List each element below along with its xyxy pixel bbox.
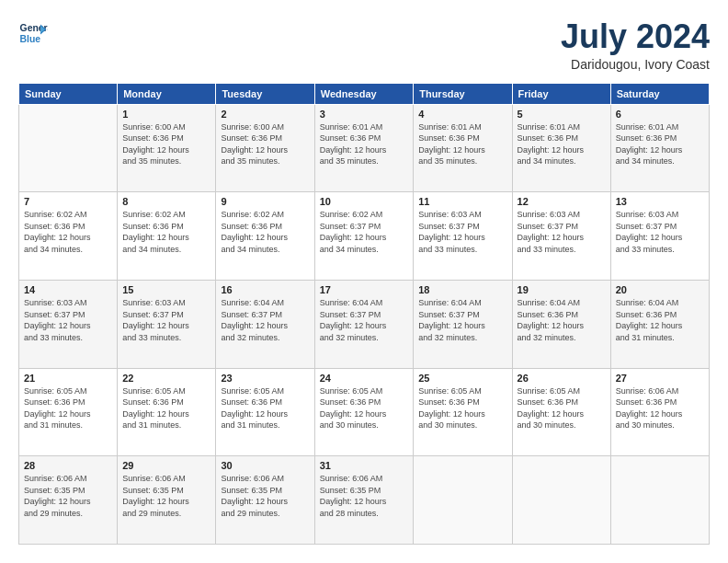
table-row (610, 456, 709, 545)
day-info: Sunrise: 6:05 AM Sunset: 6:36 PM Dayligh… (122, 385, 210, 431)
day-info: Sunrise: 6:06 AM Sunset: 6:36 PM Dayligh… (616, 385, 704, 431)
day-number: 25 (418, 373, 506, 384)
col-wednesday: Wednesday (314, 83, 414, 104)
day-number: 19 (518, 284, 606, 295)
day-info: Sunrise: 6:04 AM Sunset: 6:37 PM Dayligh… (418, 297, 506, 343)
col-friday: Friday (512, 83, 610, 104)
table-row: 27Sunrise: 6:06 AM Sunset: 6:36 PM Dayli… (610, 368, 709, 456)
col-monday: Monday (118, 83, 216, 104)
table-row: 25Sunrise: 6:05 AM Sunset: 6:36 PM Dayli… (414, 368, 512, 456)
day-number: 22 (122, 373, 210, 384)
table-row: 7Sunrise: 6:02 AM Sunset: 6:36 PM Daylig… (19, 192, 118, 281)
day-number: 30 (221, 460, 309, 471)
day-number: 18 (418, 284, 506, 295)
calendar-header-row: Sunday Monday Tuesday Wednesday Thursday… (19, 83, 710, 104)
day-info: Sunrise: 6:03 AM Sunset: 6:37 PM Dayligh… (24, 297, 112, 343)
day-number: 29 (122, 460, 210, 471)
day-info: Sunrise: 6:05 AM Sunset: 6:36 PM Dayligh… (24, 385, 112, 431)
table-row: 30Sunrise: 6:06 AM Sunset: 6:35 PM Dayli… (216, 456, 314, 545)
table-row: 29Sunrise: 6:06 AM Sunset: 6:35 PM Dayli… (118, 456, 216, 545)
day-number: 21 (24, 373, 112, 384)
table-row: 17Sunrise: 6:04 AM Sunset: 6:37 PM Dayli… (314, 280, 414, 368)
table-row: 22Sunrise: 6:05 AM Sunset: 6:36 PM Dayli… (118, 368, 216, 456)
day-number: 4 (418, 109, 506, 120)
table-row (414, 456, 512, 545)
day-number: 20 (616, 284, 704, 295)
header: General Blue July 2024 Daridougou, Ivory… (18, 18, 710, 72)
table-row: 16Sunrise: 6:04 AM Sunset: 6:37 PM Dayli… (216, 280, 314, 368)
day-info: Sunrise: 6:02 AM Sunset: 6:36 PM Dayligh… (24, 209, 112, 255)
day-info: Sunrise: 6:05 AM Sunset: 6:36 PM Dayligh… (518, 385, 606, 431)
table-row: 14Sunrise: 6:03 AM Sunset: 6:37 PM Dayli… (19, 280, 118, 368)
table-row: 2Sunrise: 6:00 AM Sunset: 6:36 PM Daylig… (216, 104, 314, 192)
table-row (19, 104, 118, 192)
calendar-week-row: 21Sunrise: 6:05 AM Sunset: 6:36 PM Dayli… (19, 368, 710, 456)
table-row: 19Sunrise: 6:04 AM Sunset: 6:36 PM Dayli… (512, 280, 610, 368)
col-sunday: Sunday (19, 83, 118, 104)
calendar-week-row: 14Sunrise: 6:03 AM Sunset: 6:37 PM Dayli… (19, 280, 710, 368)
col-tuesday: Tuesday (216, 83, 314, 104)
day-number: 9 (221, 196, 309, 207)
day-info: Sunrise: 6:01 AM Sunset: 6:36 PM Dayligh… (418, 121, 506, 167)
day-number: 28 (24, 460, 112, 471)
table-row: 5Sunrise: 6:01 AM Sunset: 6:36 PM Daylig… (512, 104, 610, 192)
day-info: Sunrise: 6:04 AM Sunset: 6:36 PM Dayligh… (616, 297, 704, 343)
day-info: Sunrise: 6:03 AM Sunset: 6:37 PM Dayligh… (616, 209, 704, 255)
col-saturday: Saturday (610, 83, 709, 104)
logo: General Blue (18, 18, 48, 48)
day-info: Sunrise: 6:05 AM Sunset: 6:36 PM Dayligh… (221, 385, 309, 431)
table-row: 28Sunrise: 6:06 AM Sunset: 6:35 PM Dayli… (19, 456, 118, 545)
day-number: 3 (320, 109, 409, 120)
day-info: Sunrise: 6:00 AM Sunset: 6:36 PM Dayligh… (122, 121, 210, 167)
calendar-week-row: 7Sunrise: 6:02 AM Sunset: 6:36 PM Daylig… (19, 192, 710, 281)
day-number: 24 (320, 373, 409, 384)
table-row: 10Sunrise: 6:02 AM Sunset: 6:37 PM Dayli… (314, 192, 414, 281)
day-info: Sunrise: 6:03 AM Sunset: 6:37 PM Dayligh… (418, 209, 506, 255)
table-row: 4Sunrise: 6:01 AM Sunset: 6:36 PM Daylig… (414, 104, 512, 192)
day-number: 1 (122, 109, 210, 120)
day-info: Sunrise: 6:04 AM Sunset: 6:37 PM Dayligh… (221, 297, 309, 343)
table-row: 11Sunrise: 6:03 AM Sunset: 6:37 PM Dayli… (414, 192, 512, 281)
day-number: 31 (320, 460, 409, 471)
day-number: 15 (122, 284, 210, 295)
logo-icon: General Blue (18, 18, 48, 48)
day-info: Sunrise: 6:03 AM Sunset: 6:37 PM Dayligh… (518, 209, 606, 255)
day-number: 6 (616, 109, 704, 120)
calendar-week-row: 28Sunrise: 6:06 AM Sunset: 6:35 PM Dayli… (19, 456, 710, 545)
day-number: 23 (221, 373, 309, 384)
day-number: 17 (320, 284, 409, 295)
day-info: Sunrise: 6:01 AM Sunset: 6:36 PM Dayligh… (320, 121, 409, 167)
day-number: 13 (616, 196, 704, 207)
day-number: 5 (518, 109, 606, 120)
day-info: Sunrise: 6:06 AM Sunset: 6:35 PM Dayligh… (320, 473, 409, 519)
month-year: July 2024 (561, 18, 710, 55)
day-info: Sunrise: 6:02 AM Sunset: 6:36 PM Dayligh… (122, 209, 210, 255)
page: General Blue July 2024 Daridougou, Ivory… (0, 0, 728, 563)
calendar-week-row: 1Sunrise: 6:00 AM Sunset: 6:36 PM Daylig… (19, 104, 710, 192)
day-info: Sunrise: 6:04 AM Sunset: 6:37 PM Dayligh… (320, 297, 409, 343)
table-row: 6Sunrise: 6:01 AM Sunset: 6:36 PM Daylig… (610, 104, 709, 192)
day-number: 7 (24, 196, 112, 207)
day-info: Sunrise: 6:02 AM Sunset: 6:36 PM Dayligh… (221, 209, 309, 255)
day-number: 2 (221, 109, 309, 120)
table-row: 26Sunrise: 6:05 AM Sunset: 6:36 PM Dayli… (512, 368, 610, 456)
day-info: Sunrise: 6:01 AM Sunset: 6:36 PM Dayligh… (518, 121, 606, 167)
day-info: Sunrise: 6:02 AM Sunset: 6:37 PM Dayligh… (320, 209, 409, 255)
day-info: Sunrise: 6:00 AM Sunset: 6:36 PM Dayligh… (221, 121, 309, 167)
day-info: Sunrise: 6:03 AM Sunset: 6:37 PM Dayligh… (122, 297, 210, 343)
day-number: 8 (122, 196, 210, 207)
day-number: 16 (221, 284, 309, 295)
table-row: 24Sunrise: 6:05 AM Sunset: 6:36 PM Dayli… (314, 368, 414, 456)
table-row: 23Sunrise: 6:05 AM Sunset: 6:36 PM Dayli… (216, 368, 314, 456)
table-row: 20Sunrise: 6:04 AM Sunset: 6:36 PM Dayli… (610, 280, 709, 368)
table-row: 13Sunrise: 6:03 AM Sunset: 6:37 PM Dayli… (610, 192, 709, 281)
day-info: Sunrise: 6:04 AM Sunset: 6:36 PM Dayligh… (518, 297, 606, 343)
day-info: Sunrise: 6:06 AM Sunset: 6:35 PM Dayligh… (122, 473, 210, 519)
day-info: Sunrise: 6:06 AM Sunset: 6:35 PM Dayligh… (24, 473, 112, 519)
day-info: Sunrise: 6:01 AM Sunset: 6:36 PM Dayligh… (616, 121, 704, 167)
day-number: 10 (320, 196, 409, 207)
table-row: 15Sunrise: 6:03 AM Sunset: 6:37 PM Dayli… (118, 280, 216, 368)
day-info: Sunrise: 6:05 AM Sunset: 6:36 PM Dayligh… (418, 385, 506, 431)
table-row: 31Sunrise: 6:06 AM Sunset: 6:35 PM Dayli… (314, 456, 414, 545)
day-number: 26 (518, 373, 606, 384)
